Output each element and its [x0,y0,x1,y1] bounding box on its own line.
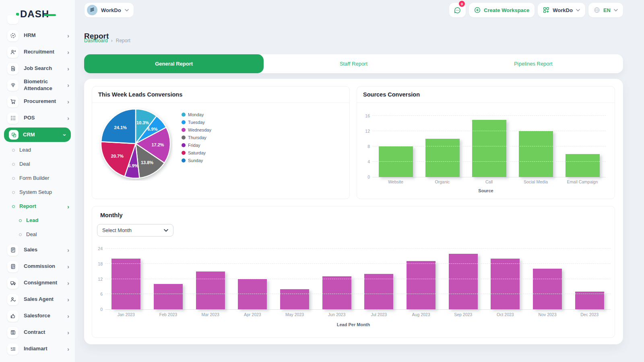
sidebar-item-pos[interactable]: POS› [0,110,75,126]
sidebar-item-label: Recruitment [24,49,67,55]
y-axis-tick-label: 0 [91,307,103,312]
bar-jul-2023 [364,274,393,309]
monthly-title: Monthly [100,212,123,218]
workdo-menu-button[interactable]: WorkDo [538,3,585,17]
bar-jan-2023 [111,259,140,309]
sidebar-item-contract[interactable]: Contract› [0,324,75,341]
header-actions: 0 Create Workspace WorkDo EN [449,3,623,17]
bar-column [358,249,400,309]
workdo-menu-label: WorkDo [553,7,573,13]
salesforce-icon [7,311,19,322]
sidebar-item-sales[interactable]: Sales› [0,242,75,258]
recruitment-icon [7,47,19,58]
chevron-right-icon: › [67,204,69,210]
legend-item-monday[interactable]: Monday [182,112,211,117]
bar-apr-2023 [238,279,267,310]
legend-item-wednesday[interactable]: Wednesday [182,128,211,132]
sidebar-item-deal[interactable]: Deal [0,228,75,242]
sidebar-item-label: Contract [24,329,67,335]
y-axis-tick-label: 18 [91,261,103,266]
create-workspace-button[interactable]: Create Workspace [469,3,535,17]
legend-item-thursday[interactable]: Thursday [182,135,211,140]
chevron-right-icon: › [67,33,69,39]
sidebar-item-consignment[interactable]: Consignment› [0,275,75,291]
sidebar-item-commission[interactable]: Commission› [0,258,75,275]
sidebar-item-hrm[interactable]: HRM› [0,27,75,44]
sidebar-item-job-search[interactable]: Job Search› [0,60,75,77]
y-axis-tick-label: 16 [358,113,370,118]
x-axis-tick-label: Oct 2023 [484,312,526,317]
language-label: EN [603,7,611,13]
chat-icon [454,6,461,14]
x-axis-tick-label: Call [466,179,512,184]
monthly-axis-title: Lead Per Month [92,322,615,327]
sidebar-item-recruitment[interactable]: Recruitment› [0,44,75,60]
sidebar-item-indiamart[interactable]: Indiamart› [0,341,75,357]
sidebar-item-biometric-attendance[interactable]: Biometric Attendance› [0,77,75,93]
partial-menu-icon [7,15,19,24]
bar-column [372,116,419,177]
bar-column [568,249,611,309]
sidebar-item-form-builder[interactable]: Form Builder [0,171,75,185]
sidebar-item-crm[interactable]: CRM› [4,128,71,142]
sidebar-item-label: Lead [19,147,69,153]
chevron-right-icon: › [67,247,69,253]
chevron-down-icon: › [62,134,68,136]
x-axis-tick-label: Mar 2023 [189,312,231,317]
sidebar-item-label: Job Search [24,65,67,72]
bullet-icon [19,233,22,236]
tab-staff-report[interactable]: Staff Report [264,54,443,73]
tab-pipelines-report[interactable]: Pipelines Report [444,54,623,73]
sources-bar-chart: 0481216 [372,116,606,177]
select-month-dropdown[interactable]: Select Month [97,224,173,237]
week-leads-card-header: This Week Leads Conversions [92,86,349,103]
gridline [372,161,606,162]
select-month-value: Select Month [102,228,132,233]
bar-column [400,249,442,309]
breadcrumb-dashboard-link[interactable]: Dashboard [84,38,108,43]
legend-item-friday[interactable]: Friday [182,143,211,148]
bar-column [466,116,512,177]
sidebar-item-report[interactable]: Report› [0,200,75,214]
bar-column [419,116,466,177]
gridline [105,294,611,294]
pie-legend: MondayTuesdayWednesdayThursdayFridaySatu… [182,112,211,166]
bar-column [105,249,147,309]
bar-organic [425,139,460,177]
messages-button[interactable]: 0 [449,3,466,17]
pie-value-label: 6.9% [147,127,157,132]
gridline [105,263,611,264]
bullet-icon [12,163,15,166]
apps-grid-icon [543,7,549,13]
bar-mar-2023 [196,272,225,309]
legend-item-saturday[interactable]: Saturday [182,150,211,155]
bar-column [559,116,606,177]
report-tabs: General Report Staff Report Pipelines Re… [84,54,623,73]
x-axis-tick-label: Sep 2023 [442,312,484,317]
gridline [105,279,611,279]
bar-column [526,249,569,309]
sidebar-item-sales-agent[interactable]: Sales Agent› [0,291,75,308]
workspace-switcher[interactable]: WorkDo [85,3,134,17]
sidebar-item-label: Report [19,203,67,210]
legend-item-sunday[interactable]: Sunday [182,158,211,163]
sidebar-item-system-setup[interactable]: System Setup [0,185,75,200]
hrm-icon [7,30,19,41]
sidebar-item-procurement[interactable]: Procurement› [0,93,75,110]
legend-dot-icon [182,113,186,117]
legend-item-tuesday[interactable]: Tuesday [182,120,211,125]
legend-label: Saturday [188,150,206,155]
sources-card-header: Sources Conversion [357,86,615,103]
sidebar-item-lead[interactable]: Lead [0,214,75,228]
tab-general-report[interactable]: General Report [84,54,264,73]
gridline [372,146,606,146]
sidebar-item-deal[interactable]: Deal [0,157,75,171]
y-axis-tick-label: 8 [358,144,370,149]
sidebar-item-lead[interactable]: Lead [0,143,75,157]
gridline [105,248,611,249]
bar-feb-2023 [154,284,183,309]
language-selector[interactable]: EN [588,3,623,17]
sidebar-item-label: Sales [24,247,67,253]
sidebar-item-salesforce[interactable]: Salesforce› [0,308,75,324]
pie-value-label: 24.1% [114,125,127,130]
